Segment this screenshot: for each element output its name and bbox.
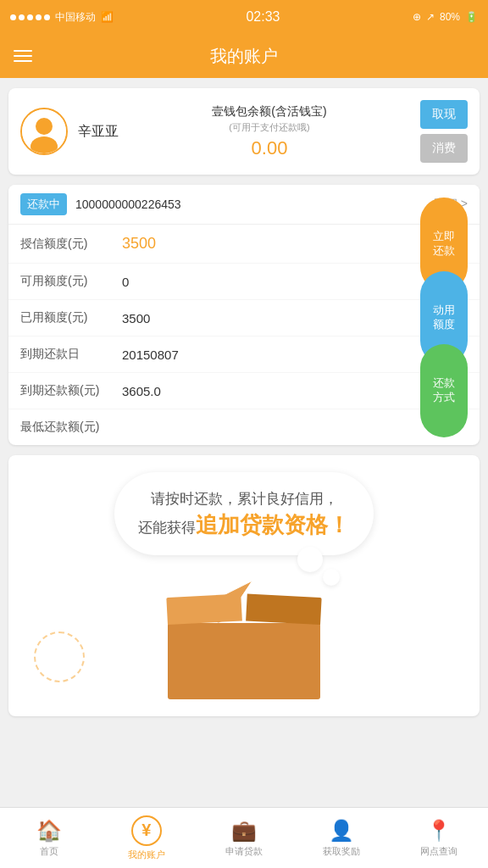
tab-home[interactable]: 🏠 首页 bbox=[0, 814, 97, 863]
time-label: 02:33 bbox=[246, 9, 280, 25]
consume-button[interactable]: 消费 bbox=[420, 134, 468, 163]
loan-row-used: 已用额度(元) 3500 动用额度 bbox=[8, 300, 480, 337]
btn-immediate-label: 立即还款 bbox=[433, 230, 455, 259]
used-value: 3500 bbox=[122, 311, 408, 326]
wallet-subtitle: (可用于支付还款哦) bbox=[229, 121, 309, 134]
yuan-circle: ¥ bbox=[131, 815, 162, 846]
tab-bar: 🏠 首页 ¥ 我的账户 💼 申请贷款 👤 获取奖励 📍 网点查询 bbox=[0, 807, 488, 868]
search-icon: 📍 bbox=[426, 819, 452, 843]
tab-reward[interactable]: 👤 获取奖励 bbox=[293, 814, 391, 863]
battery-icon: 🔋 bbox=[465, 11, 478, 23]
used-label: 已用额度(元) bbox=[20, 310, 122, 326]
loan-row-due-amount: 到期还款额(元) 3605.0 还款方式 bbox=[8, 373, 480, 409]
loan-header: 还款中 1000000000226453 明细 > bbox=[8, 185, 480, 225]
user-name: 辛亚亚 bbox=[78, 123, 119, 141]
box-body bbox=[168, 623, 320, 699]
wifi-icon: 📶 bbox=[101, 11, 114, 23]
arrow-icon: ↗ bbox=[426, 11, 435, 23]
available-label: 可用额度(元) bbox=[20, 274, 122, 289]
action-buttons: 取现 消费 bbox=[420, 100, 468, 163]
nav-bar: 我的账户 bbox=[0, 34, 488, 78]
loan-card: 还款中 1000000000226453 明细 > 授信额度(元) 3500 立… bbox=[8, 185, 480, 445]
credit-label: 授信额度(元) bbox=[20, 236, 122, 252]
due-date-value: 20150807 bbox=[122, 348, 408, 362]
loan-row-due-date: 到期还款日 20150807 bbox=[8, 337, 480, 373]
box-flap-right bbox=[246, 594, 322, 626]
wallet-section: 壹钱包余额(含活钱宝) (可用于支付还款哦) 0.00 bbox=[129, 104, 410, 159]
loan-row-credit: 授信额度(元) 3500 立即还款 bbox=[8, 225, 480, 264]
credit-value: 3500 bbox=[122, 235, 408, 253]
home-icon: 🏠 bbox=[36, 819, 62, 843]
min-amount-label: 最低还款额(元) bbox=[20, 420, 122, 435]
loan-number: 1000000000226453 bbox=[75, 198, 425, 211]
loan-row-available: 可用额度(元) 0 bbox=[8, 264, 480, 300]
due-date-label: 到期还款日 bbox=[20, 347, 122, 362]
status-right: ⊕ ↗ 80% 🔋 bbox=[413, 11, 478, 23]
due-amount-label: 到期还款额(元) bbox=[20, 383, 122, 398]
menu-button[interactable] bbox=[14, 50, 32, 62]
loan-body: 授信额度(元) 3500 立即还款 可用额度(元) 0 已用额度(元) 3500… bbox=[8, 225, 480, 445]
package-illustration bbox=[159, 589, 329, 699]
btn-use-quota-label: 动用额度 bbox=[433, 303, 455, 332]
promo-section: 请按时还款，累计良好信用， 还能获得追加贷款资格！ bbox=[8, 455, 480, 716]
tab-account[interactable]: ¥ 我的账户 bbox=[97, 810, 195, 866]
loan-row-min-amount: 最低还款额(元) bbox=[8, 409, 480, 445]
loan-icon: 💼 bbox=[231, 819, 257, 843]
location-icon: ⊕ bbox=[413, 11, 421, 23]
tab-reward-label: 获取奖励 bbox=[323, 845, 360, 858]
wallet-amount: 0.00 bbox=[252, 137, 288, 159]
page-title: 我的账户 bbox=[210, 45, 278, 68]
promo-text-line2: 还能获得追加贷款资格！ bbox=[138, 510, 350, 540]
svg-point-1 bbox=[36, 118, 53, 135]
tab-search-label: 网点查询 bbox=[420, 845, 458, 858]
due-amount-value: 3605.0 bbox=[122, 384, 408, 398]
promo-text-line1: 请按时还款，累计良好信用， bbox=[138, 487, 350, 510]
loan-status-badge: 还款中 bbox=[20, 193, 67, 215]
available-value: 0 bbox=[122, 275, 408, 289]
status-bar: 中国移动 📶 02:33 ⊕ ↗ 80% 🔋 bbox=[0, 0, 488, 34]
reward-icon: 👤 bbox=[329, 819, 354, 843]
carrier-label: 中国移动 bbox=[55, 10, 96, 25]
avatar-svg bbox=[22, 109, 66, 153]
tab-search[interactable]: 📍 网点查询 bbox=[391, 814, 488, 863]
yuan-icon: ¥ bbox=[141, 821, 151, 840]
account-card: 辛亚亚 壹钱包余额(含活钱宝) (可用于支付还款哦) 0.00 取现 消费 bbox=[8, 88, 480, 175]
promo-bubble: 请按时还款，累计良好信用， 还能获得追加贷款资格！ bbox=[114, 472, 374, 555]
withdraw-button[interactable]: 取现 bbox=[420, 100, 468, 129]
tab-loan-label: 申请贷款 bbox=[225, 845, 263, 858]
status-left: 中国移动 📶 bbox=[10, 10, 114, 25]
btn-repay-method-label: 还款方式 bbox=[433, 376, 455, 405]
main-content: 辛亚亚 壹钱包余额(含活钱宝) (可用于支付还款哦) 0.00 取现 消费 还款… bbox=[0, 78, 488, 807]
deco-circle bbox=[34, 632, 85, 682]
wallet-title: 壹钱包余额(含活钱宝) bbox=[212, 104, 326, 120]
tab-loan[interactable]: 💼 申请贷款 bbox=[195, 814, 292, 863]
tab-home-label: 首页 bbox=[40, 845, 58, 858]
avatar bbox=[20, 108, 68, 155]
signal-dots bbox=[10, 14, 50, 20]
tab-account-label: 我的账户 bbox=[128, 849, 165, 861]
box-flap-left bbox=[166, 594, 242, 626]
battery-label: 80% bbox=[440, 11, 460, 23]
